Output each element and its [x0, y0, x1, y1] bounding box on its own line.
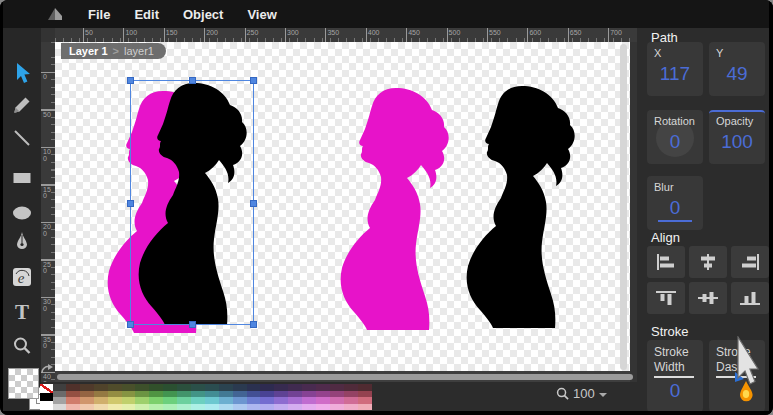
line-tool-button[interactable] [9, 125, 35, 151]
palette-swatch[interactable] [149, 404, 163, 411]
selection-handle-nw[interactable] [127, 77, 134, 84]
y-field[interactable]: Y 49 [709, 42, 765, 96]
selection-handle-w[interactable] [127, 200, 134, 207]
palette-swatch[interactable] [40, 384, 53, 393]
selection-handle-n[interactable] [189, 77, 196, 84]
palette-swatch[interactable] [302, 404, 316, 411]
palette-swatch[interactable] [80, 404, 94, 411]
shape-library-tool-button[interactable]: e [9, 264, 35, 290]
palette-swatch[interactable] [163, 404, 177, 411]
x-field[interactable]: X 117 [647, 42, 703, 96]
h-ruler-label: 250 [247, 29, 259, 36]
selection-handle-ne[interactable] [250, 77, 257, 84]
palette-swatch[interactable] [247, 404, 261, 411]
palette-swatch[interactable] [108, 404, 122, 411]
palette-swatch[interactable] [344, 404, 358, 411]
h-ruler-label: 550 [489, 29, 501, 36]
palette-swatch[interactable] [330, 404, 344, 411]
breadcrumb-layer[interactable]: Layer 1 [69, 45, 108, 57]
stroke-dash-field[interactable]: Stroke Dash [709, 340, 765, 411]
rectangle-tool-button[interactable] [9, 165, 35, 191]
palette-column [219, 384, 233, 410]
stroke-width-value[interactable]: 0 [654, 380, 696, 402]
palette-column [247, 384, 261, 410]
palette-swatch[interactable] [205, 404, 219, 411]
color-palette[interactable] [40, 384, 372, 410]
palette-swatch[interactable] [191, 404, 205, 411]
ellipse-icon [11, 202, 33, 224]
palette-swatch[interactable] [53, 404, 66, 411]
palette-column [260, 384, 274, 410]
align-right-icon [740, 254, 760, 270]
x-value[interactable]: 117 [654, 63, 696, 85]
palette-swatch[interactable] [316, 404, 330, 411]
rotation-value[interactable]: 0 [654, 131, 696, 153]
stroke-width-field[interactable]: Stroke Width 0 [647, 340, 703, 411]
palette-swatch[interactable] [288, 404, 302, 411]
blur-value[interactable]: 0 [658, 197, 692, 222]
y-value[interactable]: 49 [716, 63, 758, 85]
palette-column [233, 384, 247, 410]
path-tool-button[interactable] [9, 229, 35, 255]
v-ruler-label: 150 [43, 187, 51, 200]
align-right-button[interactable] [731, 246, 769, 278]
palette-swatch[interactable] [94, 404, 108, 411]
opacity-field[interactable]: Opacity 100 [709, 110, 765, 164]
breadcrumb[interactable]: Layer 1 > layer1 [61, 43, 166, 59]
palette-swatch[interactable] [233, 404, 247, 411]
pen-nib-icon [11, 231, 33, 253]
palette-column [177, 384, 191, 410]
selection-handle-s[interactable] [189, 321, 196, 328]
zoom-value[interactable]: 100 [573, 386, 595, 401]
palette-swatch[interactable] [260, 404, 274, 411]
menubar: File Edit Object View [0, 0, 773, 28]
canvas-outside-area [630, 42, 637, 382]
pencil-tool-button[interactable] [9, 92, 35, 118]
menu-view[interactable]: View [247, 7, 276, 22]
palette-swatch[interactable] [40, 401, 53, 410]
opacity-value[interactable]: 100 [716, 131, 758, 153]
window-border [769, 0, 773, 415]
align-center-horizontal-button[interactable] [689, 246, 727, 278]
h-ruler-label: 600 [529, 29, 541, 36]
align-bottom-button[interactable] [731, 282, 769, 314]
fill-color-swatch[interactable] [8, 368, 39, 399]
palette-column [80, 384, 94, 410]
palette-swatch[interactable] [122, 404, 136, 411]
align-middle-vertical-button[interactable] [689, 282, 727, 314]
swap-fill-stroke-icon[interactable] [40, 364, 54, 376]
palette-swatch[interactable] [274, 404, 288, 411]
selection-handle-se[interactable] [250, 321, 257, 328]
palette-column [108, 384, 122, 410]
zoom-tool-button[interactable] [9, 333, 35, 359]
selection-bounding-box[interactable] [130, 80, 254, 325]
pregnant-woman-silhouette-magenta-2[interactable] [341, 88, 449, 330]
ellipse-tool-button[interactable] [9, 200, 35, 226]
properties-panel: Path X 117 Y 49 Rotation 0 Opacity 100 B… [637, 28, 769, 411]
rotation-field[interactable]: Rotation 0 [647, 110, 703, 164]
selection-handle-sw[interactable] [127, 321, 134, 328]
select-tool-button[interactable] [9, 60, 35, 86]
menu-object[interactable]: Object [183, 7, 223, 22]
pregnant-woman-silhouette-black-2[interactable] [467, 86, 575, 328]
magnifier-icon [11, 335, 33, 357]
menu-edit[interactable]: Edit [134, 7, 159, 22]
zoom-control[interactable]: 100 [556, 386, 607, 401]
selection-handle-e[interactable] [250, 200, 257, 207]
palette-swatch[interactable] [40, 393, 53, 402]
horizontal-scrollbar[interactable] [57, 374, 633, 380]
palette-swatch[interactable] [177, 404, 191, 411]
palette-swatch[interactable] [219, 404, 233, 411]
menu-file[interactable]: File [88, 7, 110, 22]
blur-field[interactable]: Blur 0 [647, 176, 703, 230]
svg-text:T: T [15, 301, 29, 323]
canvas[interactable]: Layer 1 > layer1 [55, 42, 637, 382]
text-tool-button[interactable]: T [9, 299, 35, 325]
chevron-down-icon[interactable] [599, 393, 607, 397]
vertical-scrollbar[interactable] [620, 44, 627, 370]
palette-swatch[interactable] [358, 404, 372, 411]
palette-swatch[interactable] [66, 404, 80, 411]
align-top-button[interactable] [647, 282, 685, 314]
palette-swatch[interactable] [135, 404, 149, 411]
align-left-button[interactable] [647, 246, 685, 278]
